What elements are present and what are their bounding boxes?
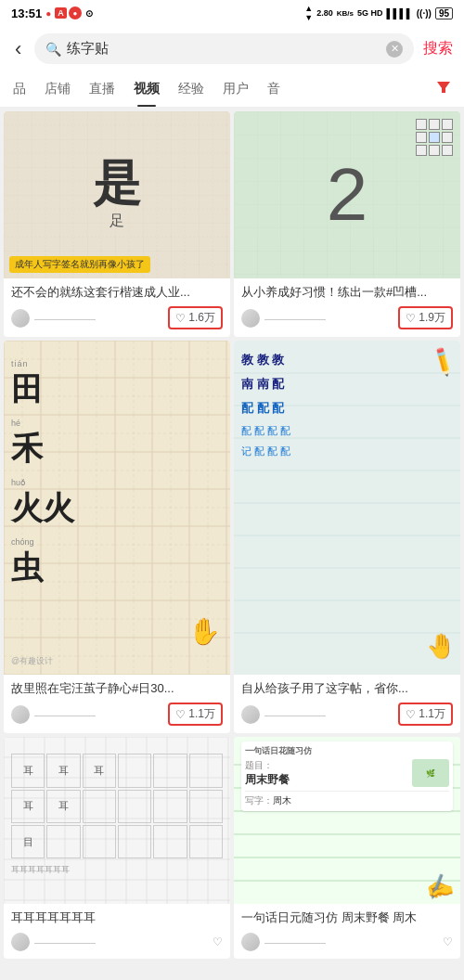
- card4-avatar: [241, 705, 260, 724]
- card1-avatar: [11, 309, 30, 328]
- card4-author-name: ——————: [264, 709, 326, 720]
- content-grid: 是 足 成年人写字签名就别再像小孩了 还不会的就练这套行楷速成人业... ———…: [0, 108, 464, 962]
- heart-icon-5: ♡: [213, 935, 223, 948]
- tab-video[interactable]: 视频: [124, 71, 169, 107]
- card2-thumb: 2: [234, 111, 460, 278]
- network-type: 5G HD: [357, 8, 383, 18]
- tab-goods[interactable]: 品: [4, 71, 35, 107]
- app-icons: A ●: [55, 6, 82, 19]
- card6-author-name: ——————: [264, 936, 326, 948]
- record-icon: ⊙: [85, 8, 93, 19]
- svg-marker-0: [437, 82, 450, 93]
- card2-avatar: [241, 309, 260, 328]
- card3-thumb: tián 田 hé 禾 huǒ 火火: [4, 341, 230, 675]
- card5-thumb: 耳 耳 耳 耳 耳 目: [4, 737, 230, 904]
- heart-icon-1: ♡: [175, 312, 186, 325]
- bottom-padding: [0, 962, 464, 980]
- card4-info: 自从给孩子用了这字帖，省你... —————— ♡ 1.1万: [234, 675, 460, 733]
- video-card-6[interactable]: 一句话日花随习仿 题目： 周末野餐 🌿 写字：周木: [234, 737, 460, 958]
- search-input-wrap[interactable]: 🔍 练字贴 ✕: [34, 33, 414, 64]
- card1-author: ——————: [11, 309, 96, 328]
- card3-title: 故里照在宅汪茧子静心#日30...: [11, 680, 223, 697]
- card6-thumb: 一句话日花随习仿 题目： 周末野餐 🌿 写字：周木: [234, 737, 460, 904]
- card6-author: ——————: [241, 933, 326, 951]
- tab-audio[interactable]: 音: [258, 71, 290, 107]
- search-button[interactable]: 搜索: [423, 39, 453, 58]
- speed-value: 2.80: [316, 8, 333, 18]
- video-card-1[interactable]: 是 足 成年人写字签名就别再像小孩了 还不会的就练这套行楷速成人业... ———…: [4, 111, 230, 337]
- tab-shop[interactable]: 店铺: [35, 71, 80, 107]
- signal-bars: ▌▌▌▌: [386, 8, 412, 19]
- card4-likes: ♡ 1.1万: [398, 703, 453, 726]
- wifi-icon: ((·)): [417, 8, 432, 19]
- card1-likes: ♡ 1.6万: [168, 306, 223, 329]
- card6-info: 一句话日元随习仿 周末野餐 周木 —————— ♡: [234, 904, 460, 958]
- sim-icon: ●: [45, 8, 51, 19]
- card6-avatar: [241, 933, 260, 951]
- card5-info: 耳耳耳耳耳耳耳 —————— ♡: [4, 904, 230, 958]
- video-card-2[interactable]: 2 从小养成好习惯！练出一款#凹槽... ——————: [234, 111, 460, 337]
- search-icon: 🔍: [45, 42, 61, 57]
- card3-info: 故里照在宅汪茧子静心#日30... —————— ♡ 1.1万: [4, 675, 230, 733]
- card5-title: 耳耳耳耳耳耳耳: [11, 909, 223, 926]
- heart-icon-2: ♡: [406, 312, 416, 325]
- card2-footer: —————— ♡ 1.9万: [241, 306, 453, 329]
- battery-icon: 95: [435, 7, 453, 19]
- card2-info: 从小养成好习惯！练出一款#凹槽... —————— ♡ 1.9万: [234, 278, 460, 337]
- speed-unit: KB/s: [337, 9, 354, 18]
- card6-likes: ♡: [443, 935, 453, 948]
- card2-author: ——————: [241, 309, 326, 328]
- tab-live[interactable]: 直播: [80, 71, 124, 107]
- tab-experience[interactable]: 经验: [169, 71, 213, 107]
- back-button[interactable]: ‹: [11, 37, 25, 61]
- card3-footer: —————— ♡ 1.1万: [11, 703, 223, 726]
- video-card-5[interactable]: 耳 耳 耳 耳 耳 目: [4, 737, 230, 958]
- card1-thumb: 是 足 成年人写字签名就别再像小孩了: [4, 111, 230, 278]
- search-bar: ‹ 🔍 练字贴 ✕ 搜索: [0, 26, 464, 71]
- card5-author: ——————: [11, 933, 96, 951]
- status-time: 13:51: [11, 6, 42, 20]
- card1-title: 还不会的就练这套行楷速成人业...: [11, 284, 223, 301]
- status-bar: 13:51 ● A ● ⊙ ▲▼ 2.80 KB/s 5G HD ▌▌▌▌ ((…: [0, 0, 464, 26]
- card6-title: 一句话日元随习仿 周末野餐 周木: [241, 909, 453, 926]
- card4-footer: —————— ♡ 1.1万: [241, 703, 453, 726]
- tab-bar: 品 店铺 直播 视频 经验 用户 音: [0, 71, 464, 108]
- card3-author-name: ——————: [34, 709, 96, 720]
- heart-icon-3: ♡: [175, 708, 186, 721]
- speed-icon: ▲▼: [304, 4, 313, 22]
- card5-footer: —————— ♡: [11, 933, 223, 951]
- tab-user[interactable]: 用户: [213, 71, 258, 107]
- card3-avatar: [11, 705, 30, 724]
- card2-likes: ♡ 1.9万: [398, 306, 453, 329]
- card2-author-name: ——————: [264, 313, 326, 324]
- status-right: ▲▼ 2.80 KB/s 5G HD ▌▌▌▌ ((·)) 95: [304, 4, 453, 22]
- card1-author-name: ——————: [34, 313, 96, 324]
- card4-title: 自从给孩子用了这字帖，省你...: [241, 680, 453, 697]
- filter-button[interactable]: [427, 72, 460, 106]
- video-card-4[interactable]: 教 教 教 南 南 配 配 配 配 配 配 配 配 记 配 配 配 ✏️ 🤚 自…: [234, 341, 460, 733]
- card4-author: ——————: [241, 705, 326, 724]
- card3-likes: ♡ 1.1万: [168, 703, 223, 726]
- card5-author-name: ——————: [34, 936, 96, 948]
- heart-icon-6: ♡: [443, 935, 453, 948]
- card5-avatar: [11, 933, 30, 951]
- card2-title: 从小养成好习惯！练出一款#凹槽...: [241, 284, 453, 301]
- card4-thumb: 教 教 教 南 南 配 配 配 配 配 配 配 配 记 配 配 配 ✏️ 🤚: [234, 341, 460, 675]
- card1-info: 还不会的就练这套行楷速成人业... —————— ♡ 1.6万: [4, 278, 230, 337]
- video-card-3[interactable]: tián 田 hé 禾 huǒ 火火: [4, 341, 230, 733]
- card3-author: ——————: [11, 705, 96, 724]
- card6-footer: —————— ♡: [241, 933, 453, 951]
- card1-footer: —————— ♡ 1.6万: [11, 306, 223, 329]
- heart-icon-4: ♡: [406, 708, 416, 721]
- search-query: 练字贴: [67, 40, 380, 58]
- clear-button[interactable]: ✕: [386, 41, 403, 58]
- card5-likes: ♡: [213, 935, 223, 948]
